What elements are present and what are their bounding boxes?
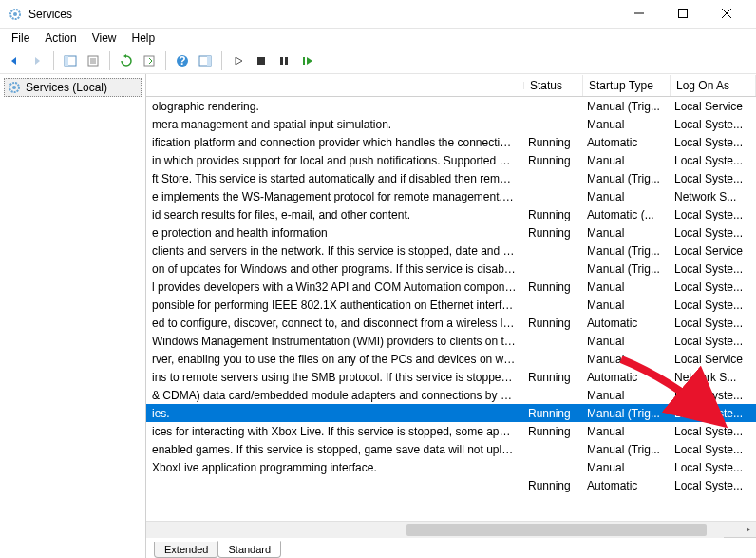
svg-rect-7 [65, 56, 68, 66]
cell-description: in which provides support for local and … [146, 153, 522, 168]
scrollbar-right-arrow[interactable] [740, 522, 756, 538]
col-status[interactable]: Status [524, 75, 583, 96]
tree-services-local[interactable]: Services (Local) [4, 78, 142, 97]
col-log-on-as[interactable]: Log On As [671, 75, 756, 96]
cell-description: ins to remote servers using the SMB prot… [146, 370, 522, 385]
cell-startup-type: Manual [581, 334, 669, 349]
cell-log-on-as: Network S... [669, 370, 756, 385]
cell-log-on-as: Local Syste... [669, 460, 756, 475]
cell-startup-type: Manual [581, 388, 669, 403]
table-row[interactable]: & CDMA) data card/embedded module adapte… [146, 386, 756, 404]
table-row[interactable]: ins to remote servers using the SMB prot… [146, 368, 756, 386]
services-app-icon [8, 7, 23, 22]
table-row[interactable]: l provides developers with a Win32 API a… [146, 278, 756, 296]
help-button[interactable]: ? [172, 50, 193, 71]
properties-button[interactable] [83, 50, 104, 71]
table-row[interactable]: RunningAutomaticLocal Syste... [146, 476, 756, 494]
content-pane: Status Startup Type Log On As olographic… [146, 74, 756, 558]
menubar: File Action View Help [0, 29, 756, 48]
table-row[interactable]: clients and servers in the network. If t… [146, 241, 756, 260]
table-row[interactable]: enabled games. If this service is stoppe… [146, 440, 756, 458]
cell-startup-type: Automatic [581, 135, 669, 150]
menu-help[interactable]: Help [126, 29, 161, 47]
cell-log-on-as: Local Syste... [669, 406, 756, 421]
table-row[interactable]: ed to configure, discover, connect to, a… [146, 314, 756, 332]
tab-standard[interactable]: Standard [217, 541, 281, 558]
svg-rect-3 [679, 9, 688, 17]
cell-description: Windows Management Instrumentation (WMI)… [146, 334, 522, 349]
cell-log-on-as: Local Syste... [669, 171, 756, 186]
back-button[interactable] [4, 50, 25, 71]
table-row[interactable]: Windows Management Instrumentation (WMI)… [146, 332, 756, 350]
col-startup-type[interactable]: Startup Type [583, 75, 671, 96]
col-description[interactable] [146, 82, 524, 89]
cell-status [522, 268, 581, 270]
forward-button[interactable] [27, 50, 47, 71]
cell-status: Running [522, 207, 581, 222]
minimize-button[interactable] [617, 0, 661, 28]
menu-action[interactable]: Action [39, 29, 82, 47]
cell-startup-type: Manual (Trig... [581, 442, 669, 457]
cell-status [522, 304, 581, 306]
cell-log-on-as: Local Syste... [669, 279, 756, 295]
table-row[interactable]: e protection and health informationRunni… [146, 223, 756, 241]
cell-description: ft Store. This service is started automa… [146, 171, 522, 186]
svg-rect-19 [285, 57, 288, 65]
refresh-button[interactable] [116, 50, 137, 71]
stop-service-button[interactable] [251, 50, 272, 71]
cell-log-on-as: Local Syste... [669, 261, 756, 277]
table-row[interactable]: in which provides support for local and … [146, 151, 756, 169]
table-row[interactable]: ponsible for performing IEEE 802.1X auth… [146, 296, 756, 314]
table-row[interactable]: olographic rendering.Manual (Trig...Loca… [146, 97, 756, 115]
cell-status: Running [522, 478, 581, 493]
cell-startup-type: Manual [581, 279, 669, 295]
pause-service-button[interactable] [274, 50, 294, 71]
cell-log-on-as: Local Syste... [669, 478, 756, 493]
cell-log-on-as: Local Syste... [669, 334, 756, 349]
table-row[interactable]: ices for interacting with Xbox Live. If … [146, 422, 756, 440]
table-row[interactable]: id search results for files, e-mail, and… [146, 205, 756, 223]
restart-service-button[interactable] [296, 50, 317, 71]
cell-status: Running [522, 135, 581, 150]
service-list[interactable]: olographic rendering.Manual (Trig...Loca… [146, 97, 756, 521]
svg-rect-16 [207, 56, 211, 66]
cell-description: XboxLive application programming interfa… [146, 460, 522, 475]
horizontal-scrollbar[interactable] [146, 521, 756, 537]
tab-extended[interactable]: Extended [154, 542, 218, 558]
start-service-button[interactable] [228, 50, 249, 71]
maximize-button[interactable] [661, 0, 705, 28]
cell-status: Running [522, 225, 581, 241]
cell-description: enabled games. If this service is stoppe… [146, 442, 522, 457]
cell-description: ed to configure, discover, connect to, a… [146, 316, 522, 331]
titlebar: Services [0, 0, 756, 29]
cell-description: ification platform and connection provid… [146, 135, 522, 150]
cell-log-on-as: Local Syste... [669, 442, 756, 457]
table-row[interactable]: ies.RunningManual (Trig...Local Syste... [146, 404, 756, 422]
svg-text:?: ? [179, 54, 185, 67]
table-row[interactable]: mera management and spatial input simula… [146, 115, 756, 133]
table-row[interactable]: on of updates for Windows and other prog… [146, 260, 756, 278]
table-row[interactable]: XboxLive application programming interfa… [146, 458, 756, 476]
show-hide-console-tree-button[interactable] [60, 50, 81, 71]
table-row[interactable]: rver, enabling you to use the files on a… [146, 350, 756, 368]
cell-log-on-as: Local Syste... [669, 298, 756, 313]
export-list-button[interactable] [139, 50, 160, 71]
menu-view[interactable]: View [86, 29, 123, 47]
cell-startup-type: Manual [581, 460, 669, 475]
cell-status [522, 124, 581, 125]
close-button[interactable] [705, 0, 748, 28]
cell-description: mera management and spatial input simula… [146, 117, 522, 132]
table-row[interactable]: ification platform and connection provid… [146, 133, 756, 151]
cell-status [522, 178, 581, 180]
svg-rect-18 [280, 57, 283, 65]
menu-file[interactable]: File [6, 29, 35, 47]
show-hide-action-pane-button[interactable] [195, 50, 216, 71]
svg-rect-20 [303, 57, 305, 65]
cell-startup-type: Manual (Trig... [581, 99, 669, 114]
cell-startup-type: Manual [581, 225, 669, 241]
cell-status [522, 106, 581, 107]
table-row[interactable]: e implements the WS-Management protocol … [146, 187, 756, 205]
cell-startup-type: Automatic [581, 316, 669, 331]
scrollbar-thumb[interactable] [406, 524, 707, 536]
table-row[interactable]: ft Store. This service is started automa… [146, 169, 756, 187]
